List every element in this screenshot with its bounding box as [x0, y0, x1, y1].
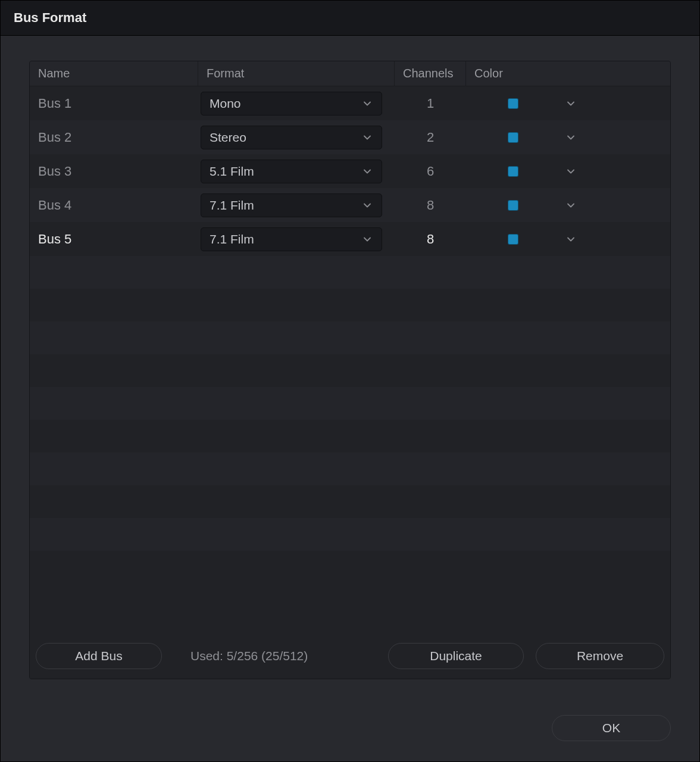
titlebar: Bus Format — [1, 1, 699, 36]
table-row[interactable]: Bus 57.1 Film8 — [30, 222, 670, 256]
channels-cell: 1 — [395, 96, 466, 111]
remove-button[interactable]: Remove — [536, 643, 664, 669]
color-cell — [466, 233, 670, 245]
content-area: Name Format Channels Color Bus 1Mono1Bus… — [1, 36, 699, 697]
column-header-name[interactable]: Name — [30, 61, 198, 86]
format-select[interactable]: 7.1 Film — [201, 193, 382, 217]
chevron-down-icon[interactable] — [565, 199, 577, 211]
bus-name-cell[interactable]: Bus 5 — [30, 232, 198, 247]
bus-name-cell[interactable]: Bus 3 — [30, 164, 198, 179]
color-swatch[interactable] — [508, 234, 518, 245]
chevron-down-icon — [361, 199, 373, 211]
empty-row — [30, 518, 670, 551]
duplicate-button[interactable]: Duplicate — [388, 643, 524, 669]
column-header-channels[interactable]: Channels — [395, 61, 466, 86]
format-cell: Stereo — [198, 126, 395, 149]
table-header: Name Format Channels Color — [30, 61, 670, 86]
channels-cell: 6 — [395, 164, 466, 179]
format-select[interactable]: 5.1 Film — [201, 160, 382, 183]
format-select-label: 5.1 Film — [210, 164, 254, 179]
empty-row — [30, 256, 670, 289]
color-swatch[interactable] — [508, 166, 518, 177]
format-select-label: 7.1 Film — [210, 198, 254, 213]
table-row[interactable]: Bus 47.1 Film8 — [30, 188, 670, 222]
color-swatch[interactable] — [508, 200, 518, 211]
panel-footer: Add Bus Used: 5/256 (25/512) Duplicate R… — [30, 633, 670, 679]
table-body: Bus 1Mono1Bus 2Stereo2Bus 35.1 Film6Bus … — [30, 86, 670, 633]
format-cell: 7.1 Film — [198, 227, 395, 251]
channels-cell: 8 — [395, 198, 466, 213]
table-row[interactable]: Bus 1Mono1 — [30, 86, 670, 120]
empty-row — [30, 485, 670, 518]
empty-row — [30, 289, 670, 321]
chevron-down-icon[interactable] — [565, 98, 577, 110]
chevron-down-icon[interactable] — [565, 132, 577, 143]
chevron-down-icon — [361, 98, 373, 110]
format-select-label: Mono — [210, 96, 241, 111]
color-swatch[interactable] — [508, 98, 518, 109]
empty-row — [30, 354, 670, 387]
chevron-down-icon — [361, 233, 373, 245]
color-cell — [466, 132, 670, 143]
format-select[interactable]: 7.1 Film — [201, 227, 382, 251]
color-cell — [466, 199, 670, 211]
color-swatch[interactable] — [508, 132, 518, 143]
column-header-color[interactable]: Color — [466, 61, 670, 86]
bus-name-cell[interactable]: Bus 4 — [30, 198, 198, 213]
window-title: Bus Format — [14, 10, 686, 26]
format-select-label: Stereo — [210, 130, 246, 145]
format-cell: 7.1 Film — [198, 193, 395, 217]
usage-text: Used: 5/256 (25/512) — [174, 649, 376, 663]
table-row[interactable]: Bus 35.1 Film6 — [30, 154, 670, 188]
empty-row — [30, 420, 670, 452]
bus-name-cell[interactable]: Bus 1 — [30, 96, 198, 111]
format-select[interactable]: Mono — [201, 92, 382, 115]
chevron-down-icon[interactable] — [565, 165, 577, 177]
empty-row — [30, 387, 670, 420]
format-cell: 5.1 Film — [198, 160, 395, 183]
chevron-down-icon — [361, 165, 373, 177]
ok-button[interactable]: OK — [552, 715, 671, 741]
channels-cell: 2 — [395, 130, 466, 145]
add-bus-button[interactable]: Add Bus — [36, 643, 162, 669]
format-cell: Mono — [198, 92, 395, 115]
bus-name-cell[interactable]: Bus 2 — [30, 130, 198, 145]
dialog-footer: OK — [1, 697, 699, 761]
chevron-down-icon[interactable] — [565, 233, 577, 245]
format-select-label: 7.1 Film — [210, 232, 254, 246]
bus-format-window: Bus Format Name Format Channels Color Bu… — [0, 0, 700, 762]
chevron-down-icon — [361, 132, 373, 143]
empty-row — [30, 551, 670, 583]
channels-cell: 8 — [395, 232, 466, 247]
color-cell — [466, 98, 670, 110]
column-header-format[interactable]: Format — [198, 61, 395, 86]
empty-row — [30, 321, 670, 354]
bus-table-panel: Name Format Channels Color Bus 1Mono1Bus… — [29, 61, 671, 679]
empty-row — [30, 452, 670, 485]
color-cell — [466, 165, 670, 177]
format-select[interactable]: Stereo — [201, 126, 382, 149]
table-row[interactable]: Bus 2Stereo2 — [30, 120, 670, 154]
